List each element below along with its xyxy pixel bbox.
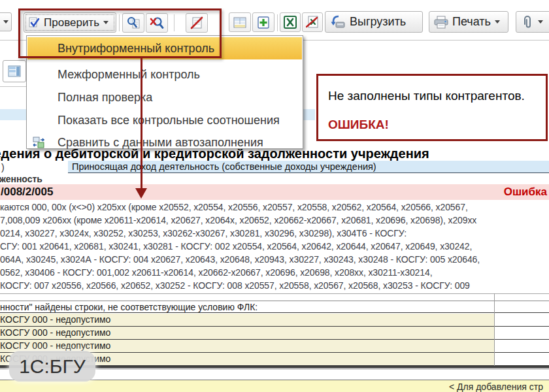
print-button-label: Печать [452,15,491,29]
rule-line: 7,008,009 х206хх (кроме х20611-х20614, х… [0,214,549,227]
error-popup: Не заполнены типы контрагентов. ОШИБКА! [316,74,548,141]
upload-button-label: Выгрузить [350,15,406,29]
grouping-icon [8,65,21,77]
menu-item-intraform-control[interactable]: Внутриформенный контроль [27,37,302,59]
error-row-code: /008/2/005 [1,184,53,200]
attachment-button[interactable] [516,11,549,33]
print-button[interactable]: Печать [429,11,508,33]
toolbar-overflow-button[interactable] [0,12,12,31]
menu-item-label: Полная проверка [58,91,152,105]
error-row-status: Ошибка [504,184,547,200]
table-row[interactable]: КОСГУ 000 - недопустимо [0,314,549,327]
toolbar: Проверить [0,0,549,40]
table-separator [0,293,549,294]
add-row-hint: < Для добавления стр [449,382,543,392]
section-fragment: лженность [0,174,42,184]
search-cancel-icon [150,16,164,29]
rule-line: 064А, х30245, х3024А - КОСГУ: 004 х20627… [0,253,549,266]
rule-line: СГУ: 001 х20641, х20681, х30241, х30281 … [0,240,549,253]
chevron-down-icon [3,20,8,24]
column-divider [494,293,495,366]
menu-item-label: Показать все контрольные соотношения [58,114,280,127]
error-message: Не заполнены типы контрагентов. [328,89,525,103]
app-screen: Сведения о дебиторской и кредиторской за… [0,0,549,392]
check-dropdown-menu: Внутриформенный контроль Межформенный ко… [26,35,303,149]
upload-button[interactable]: Выгрузить [325,11,423,33]
rule-line: 0214, х30227, х3024х, х30252, х30253, х3… [0,227,549,240]
menu-item-interform-control[interactable]: Межформенный контроль [27,63,302,86]
toolbar-separator [174,14,175,31]
check-button[interactable]: Проверить [24,12,116,33]
clear-marks-button[interactable] [186,13,208,33]
excel-off-button[interactable] [302,12,323,32]
annotation-arrow-line [141,58,142,189]
toolbar-separator [277,14,278,31]
excel-button[interactable] [280,12,301,32]
compare-icon [33,137,44,148]
menu-item-label: Межформенный контроль [58,68,200,82]
violation-cell: КОСГУ 000 - недопустимо [0,327,494,339]
chevron-down-icon [103,21,108,24]
rule-line: КОСГУ: 007 х20556, х20566, х20652, х3025… [0,279,549,292]
check-document-icon [29,17,40,28]
menu-item-compare-autofill[interactable]: Сравнить с данными автозаполнения [27,131,302,154]
table-row[interactable]: КОСГУ 000 - недопустимо [0,327,549,340]
watermark-badge: 1С:БГУ [9,351,95,382]
excel-slash-icon [306,16,319,29]
error-status: ОШИБКА! [328,118,389,132]
document-slash-icon [190,16,203,29]
violation-cell: КОСГУ 000 - недопустимо [0,314,494,326]
excel-icon [284,16,297,29]
rule-line: 0562, х30406 - КОСГУ: 001,002 х20611-х20… [0,266,549,279]
cut-fragment-paren: ) [1,162,5,172]
printer-icon [434,16,448,29]
error-row[interactable]: /008/2/005 Ошибка [0,184,549,200]
find-button[interactable] [122,13,144,33]
export-icon [330,15,346,29]
add-row-button[interactable] [252,12,274,32]
menu-item-label: Сравнить с данными автозаполнения [58,136,263,150]
rule-line: каются 000, 00х (х<>0) х205хх (кроме х20… [0,201,549,214]
menu-item-show-ratios[interactable]: Показать все контрольные соотношения [27,109,302,131]
flk-header: нности" найдены строки, не соответствующ… [0,301,549,313]
table-settings-button[interactable] [229,12,251,32]
menu-item-label: Внутриформенный контроль [58,42,214,56]
check-button-label: Проверить [44,16,99,29]
report-settings-button[interactable] [3,60,26,82]
cancel-find-button[interactable] [146,13,168,33]
search-icon [126,16,141,29]
toolbar-separator [119,14,120,31]
chevron-down-icon [538,20,543,24]
chevron-down-icon [495,20,500,24]
table-icon [233,17,246,28]
add-icon [257,16,270,29]
annotation-arrow-head [135,188,147,199]
paperclip-icon [521,15,534,29]
menu-item-full-check[interactable]: Полная проверка [27,86,302,108]
